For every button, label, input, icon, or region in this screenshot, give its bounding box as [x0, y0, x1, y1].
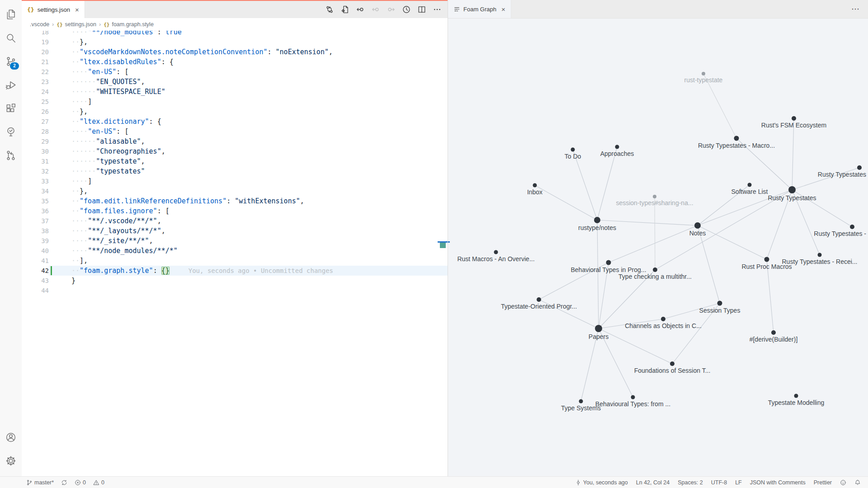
- code-line-37[interactable]: 37····"**/.vscode/**/*",: [22, 216, 448, 226]
- code-line-35[interactable]: 35··"foam.edit.linkReferenceDefinitions"…: [22, 196, 448, 206]
- panel-more-actions[interactable]: ⋯: [851, 0, 868, 18]
- graph-label-rustype-notes[interactable]: rustype/notes: [578, 224, 616, 231]
- more-actions-icon[interactable]: [433, 5, 441, 14]
- code-line-19[interactable]: 19··},: [22, 37, 448, 47]
- account-icon[interactable]: [0, 426, 22, 449]
- graph-node-type-checking[interactable]: [653, 267, 657, 272]
- graph-node-rust-macros[interactable]: [494, 250, 498, 254]
- open-timeline-icon[interactable]: [402, 5, 410, 14]
- status-warnings[interactable]: 0: [93, 479, 104, 486]
- tab-close-icon[interactable]: ×: [75, 6, 79, 14]
- graph-node-notes[interactable]: [694, 222, 701, 229]
- settings-icon[interactable]: [0, 449, 22, 473]
- code-line-34[interactable]: 34··},: [22, 186, 448, 196]
- status-eol[interactable]: LF: [735, 479, 742, 486]
- status-sync[interactable]: [61, 479, 67, 486]
- graph-node-rust-proc[interactable]: [764, 257, 769, 262]
- graph-label-inbox[interactable]: Inbox: [527, 188, 542, 196]
- graph-label-fsm[interactable]: Rust's FSM Ecosystem: [761, 122, 826, 129]
- code-line-30[interactable]: 30······"Choreographies",: [22, 146, 448, 156]
- code-line-25[interactable]: 25····]: [22, 97, 448, 107]
- graph-node-approaches[interactable]: [615, 145, 619, 149]
- graph-label-derive-builder[interactable]: #[derive(Builder)]: [750, 336, 798, 343]
- graph-node-inbox[interactable]: [533, 183, 537, 188]
- status-feedback[interactable]: [840, 479, 846, 486]
- gitlens-icon[interactable]: [0, 144, 22, 167]
- code-line-38[interactable]: 38····"**/_layouts/**/*",: [22, 226, 448, 236]
- run-debug-icon[interactable]: [0, 73, 22, 97]
- code-editor[interactable]: 18····"**/node_modules": true19··},20··"…: [22, 27, 448, 476]
- graph-label-rt-right[interactable]: Rusty Typestates -: [814, 230, 866, 237]
- status-encoding[interactable]: UTF-8: [711, 479, 727, 486]
- graph-node-rust-typestate[interactable]: [702, 72, 705, 75]
- graph-node-rustype-notes[interactable]: [594, 217, 600, 223]
- status-git-branch[interactable]: master*: [26, 479, 54, 486]
- status-formatter[interactable]: Prettier: [814, 479, 832, 486]
- code-line-29[interactable]: 29······"aliasable",: [22, 136, 448, 146]
- graph-node-typestate-oriented[interactable]: [537, 297, 541, 302]
- graph-label-papers[interactable]: Papers: [589, 333, 609, 340]
- graph-label-rust-typestate[interactable]: rust-typestate: [684, 76, 723, 84]
- code-line-43[interactable]: 43}: [22, 276, 448, 286]
- graph-node-foundations[interactable]: [670, 361, 675, 366]
- graph-label-type-systems[interactable]: Type Systems: [561, 404, 601, 412]
- graph-node-behavioural-from[interactable]: [631, 395, 635, 399]
- graph-label-software-list[interactable]: Software List: [731, 188, 768, 195]
- graph-label-rt-recei[interactable]: Rusty Typestates - Recei...: [782, 258, 857, 265]
- graph-label-rt-top[interactable]: Rusty Typestates: [818, 171, 866, 178]
- code-line-33[interactable]: 33····]: [22, 176, 448, 186]
- graph-label-typestate-oriented[interactable]: Typestate-Oriented Progr...: [501, 303, 577, 310]
- breadcrumb-item[interactable]: {}foam.graph.style: [104, 21, 154, 28]
- graph-node-fsm[interactable]: [792, 116, 796, 121]
- graph-node-typestate-modelling[interactable]: [794, 394, 798, 398]
- code-line-28[interactable]: 28····"en-US": [: [22, 127, 448, 136]
- open-changes-icon[interactable]: [341, 5, 349, 14]
- foam-graph-canvas[interactable]: rust-typestateRust's FSM EcosystemRusty …: [448, 19, 868, 476]
- graph-label-approaches[interactable]: Approaches: [600, 150, 634, 157]
- source-control-icon[interactable]: 2: [0, 50, 22, 73]
- graph-label-rt-macro[interactable]: Rusty Typestates - Macro...: [698, 142, 775, 149]
- graph-node-channels[interactable]: [661, 317, 665, 321]
- split-editor-icon[interactable]: [418, 5, 426, 14]
- graph-node-rt-hub[interactable]: [788, 186, 796, 193]
- graph-label-behavioral[interactable]: Behavioral Types in Prog...: [571, 266, 646, 273]
- graph-node-software-list[interactable]: [748, 183, 752, 187]
- graph-node-rt-right[interactable]: [850, 225, 854, 229]
- graph-node-rt-top[interactable]: [857, 165, 862, 170]
- code-line-27[interactable]: 27··"ltex.dictionary": {: [22, 117, 448, 127]
- graph-label-rust-proc[interactable]: Rust Proc Macros: [741, 263, 792, 270]
- graph-node-rt-recei[interactable]: [818, 253, 822, 257]
- graph-label-type-checking[interactable]: Type checking a multithr...: [618, 273, 692, 280]
- code-line-20[interactable]: 20··"vscodeMarkdownNotes.noteCompletionC…: [22, 47, 448, 57]
- graph-label-todo[interactable]: To Do: [565, 153, 581, 160]
- graph-label-foundations[interactable]: Foundations of Session T...: [634, 367, 711, 374]
- search-icon[interactable]: [0, 26, 22, 50]
- code-line-22[interactable]: 22····"en-US": [: [22, 67, 448, 77]
- graph-label-notes[interactable]: Notes: [689, 230, 706, 237]
- graph-label-channels[interactable]: Channels as Objects in C...: [625, 322, 702, 329]
- graph-node-todo[interactable]: [571, 148, 575, 152]
- tree-check-icon[interactable]: [0, 120, 22, 144]
- status-indentation[interactable]: Spaces: 2: [678, 479, 703, 486]
- code-line-44[interactable]: 44: [22, 286, 448, 296]
- code-line-40[interactable]: 40····"**/node_modules/**/*": [22, 246, 448, 256]
- panel-tab-close-icon[interactable]: ×: [501, 5, 505, 13]
- previous-change-icon[interactable]: [356, 5, 364, 14]
- graph-label-session-types[interactable]: Session Types: [699, 307, 741, 314]
- graph-label-rust-macros[interactable]: Rust Macros - An Overvie...: [457, 255, 534, 263]
- graph-node-session-types[interactable]: [717, 301, 722, 306]
- graph-node-session-anchor[interactable]: [653, 195, 656, 198]
- status-errors[interactable]: 0: [75, 479, 86, 486]
- code-line-21[interactable]: 21··"ltex.disabledRules": {: [22, 57, 448, 67]
- graph-node-derive-builder[interactable]: [771, 330, 776, 335]
- code-line-39[interactable]: 39····"**/_site/**/*",: [22, 236, 448, 246]
- status-notifications[interactable]: [854, 479, 861, 486]
- graph-label-behavioural-from[interactable]: Behavioural Types: from ...: [595, 400, 670, 408]
- breadcrumb-item[interactable]: .vscode: [30, 21, 49, 28]
- code-line-31[interactable]: 31······"typestate",: [22, 156, 448, 166]
- code-line-36[interactable]: 36··"foam.files.ignore": [: [22, 206, 448, 216]
- git-compare-icon[interactable]: [326, 5, 334, 14]
- code-line-41[interactable]: 41··],: [22, 256, 448, 266]
- tab-settings-json[interactable]: {} settings.json ×: [22, 1, 85, 18]
- code-line-23[interactable]: 23······"EN_QUOTES",: [22, 77, 448, 87]
